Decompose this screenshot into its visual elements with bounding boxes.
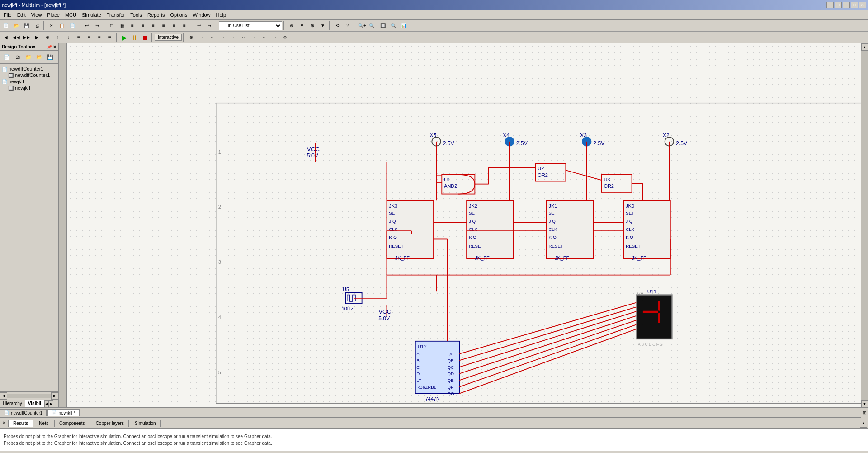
tab-visibility[interactable]: Visibil xyxy=(25,400,44,407)
tb10-btn[interactable]: ≡ xyxy=(179,21,189,31)
menu-view[interactable]: View xyxy=(28,11,45,19)
tb6-btn[interactable]: ≡ xyxy=(138,21,148,31)
tree-item-newdffcounter1-sub[interactable]: 🔲 newdffCounter1 xyxy=(8,72,57,78)
save-all-btn[interactable]: 💾 xyxy=(45,52,55,62)
left-scroll-right[interactable]: ▶ xyxy=(51,392,58,400)
schematic-canvas[interactable]: VCC 5.0V VCC 5.0V X5 2.5V X4 2.5V X3 2.5… xyxy=(67,43,861,407)
redo-btn[interactable]: ↪ xyxy=(92,21,102,31)
tb2-9-btn[interactable]: ≡ xyxy=(84,33,94,43)
left-hscroll[interactable]: ◀ ▶ xyxy=(0,391,58,400)
inner-minimize-btn[interactable]: ─ xyxy=(826,2,834,8)
bottom-tab-simulation[interactable]: Simulation xyxy=(130,420,161,427)
tb2-11-btn[interactable]: ≡ xyxy=(105,33,115,43)
tb13-btn[interactable]: ⊕ xyxy=(287,21,297,31)
tb16-btn[interactable]: ▼ xyxy=(318,21,328,31)
menu-simulate[interactable]: Simulate xyxy=(79,11,104,19)
menu-place[interactable]: Place xyxy=(44,11,62,19)
tb2-20-btn[interactable]: ○ xyxy=(269,33,279,43)
save-btn[interactable]: 💾 xyxy=(22,21,32,31)
tb18-btn[interactable]: ? xyxy=(343,21,353,31)
doc-tab-newjkff[interactable]: 📄 newjkff * xyxy=(47,409,80,416)
tab-hierarchy[interactable]: Hierarchy xyxy=(0,400,25,407)
tb2-16-btn[interactable]: ○ xyxy=(228,33,238,43)
open-btn[interactable]: 📂 xyxy=(11,21,21,31)
minimize-btn[interactable]: ─ xyxy=(843,2,850,8)
tb2-17-btn[interactable]: ○ xyxy=(238,33,248,43)
print-btn[interactable]: 🖨 xyxy=(32,21,42,31)
toolbox-close-btn[interactable]: ✕ xyxy=(53,45,57,49)
menu-edit[interactable]: Edit xyxy=(14,11,28,19)
scroll-down-btn[interactable]: ▼ xyxy=(861,400,868,407)
close-btn[interactable]: ✕ xyxy=(859,2,866,8)
tb15-btn[interactable]: ⊕ xyxy=(307,21,317,31)
tb2-10-btn[interactable]: ≡ xyxy=(94,33,104,43)
stop-btn[interactable]: ⏹ xyxy=(140,33,150,43)
toolbox-pin-btn[interactable]: 📌 xyxy=(47,45,52,49)
tb2-2-btn[interactable]: ◀◀ xyxy=(11,33,21,43)
tb2-14-btn[interactable]: ○ xyxy=(207,33,217,43)
menu-window[interactable]: Window xyxy=(190,11,213,19)
tb19-btn[interactable]: 📊 xyxy=(399,21,409,31)
undo-btn[interactable]: ↩ xyxy=(82,21,92,31)
tb3-btn[interactable]: □ xyxy=(107,21,117,31)
tb2-5-btn[interactable]: ⊕ xyxy=(42,33,52,43)
tb12-btn[interactable]: ↪ xyxy=(204,21,214,31)
tb2-19-btn[interactable]: ○ xyxy=(259,33,269,43)
tb2-18-btn[interactable]: ○ xyxy=(249,33,259,43)
new-sch-btn[interactable]: 📄 xyxy=(2,52,12,62)
menu-mcu[interactable]: MCU xyxy=(62,11,79,19)
cut-btn[interactable]: ✂ xyxy=(47,21,57,31)
copy-btn[interactable]: 📋 xyxy=(57,21,67,31)
tb8-btn[interactable]: ≡ xyxy=(159,21,169,31)
tree-item-newdffcounter1-doc[interactable]: 📄 newdffCounter1 xyxy=(2,66,57,72)
bottom-tab-components[interactable]: Components xyxy=(54,420,90,427)
left-tab-next[interactable]: ▶ xyxy=(49,400,53,407)
tb2-12-btn[interactable]: ⊕ xyxy=(186,33,196,43)
tb2-3-btn[interactable]: ▶▶ xyxy=(22,33,32,43)
tb11-btn[interactable]: ↩ xyxy=(194,21,204,31)
tree-item-newjkff-doc[interactable]: 📄 newjkff xyxy=(2,78,57,85)
tb2-13-btn[interactable]: ○ xyxy=(197,33,207,43)
tb2-6-btn[interactable]: ↑ xyxy=(53,33,63,43)
tb17-btn[interactable]: ⟲ xyxy=(332,21,342,31)
tb9-btn[interactable]: ≡ xyxy=(169,21,179,31)
open-file-btn[interactable]: 📂 xyxy=(34,52,44,62)
menu-options[interactable]: Options xyxy=(168,11,190,19)
tb7-btn[interactable]: ≡ xyxy=(148,21,158,31)
maximize-btn[interactable]: □ xyxy=(851,2,858,8)
tb14-btn[interactable]: ▼ xyxy=(297,21,307,31)
tb2-7-btn[interactable]: ↓ xyxy=(63,33,73,43)
zoom-fit-btn[interactable]: 🔲 xyxy=(378,21,388,31)
paste-btn[interactable]: 📄 xyxy=(67,21,77,31)
new-hier-btn[interactable]: 🗂 xyxy=(13,52,23,62)
zoom-out-btn[interactable]: 🔍- xyxy=(368,21,377,31)
tree-item-newjkff-sub[interactable]: 🔲 newjkff xyxy=(8,85,57,91)
inner-maximize-btn[interactable]: □ xyxy=(835,2,842,8)
menu-help[interactable]: Help xyxy=(213,11,229,19)
scroll-track[interactable] xyxy=(861,51,868,400)
left-tab-prev[interactable]: ◀ xyxy=(44,400,49,407)
bottom-panel-toggle[interactable]: ▲ xyxy=(860,419,867,428)
left-scroll-left[interactable]: ◀ xyxy=(0,392,7,400)
bottom-tab-nets[interactable]: Nets xyxy=(34,420,53,427)
tb2-1-btn[interactable]: ◀ xyxy=(1,33,11,43)
pause-btn[interactable]: ⏸ xyxy=(130,33,140,43)
tb5-btn[interactable]: ≡ xyxy=(127,21,137,31)
scroll-up-btn[interactable]: ▲ xyxy=(861,43,868,51)
menu-transfer[interactable]: Transfer xyxy=(104,11,128,19)
doc-tab-newdffcounter1[interactable]: 📄 newdffCounter1 xyxy=(0,409,47,416)
zoom-in-btn[interactable]: 🔍+ xyxy=(357,21,367,31)
menu-tools[interactable]: Tools xyxy=(127,11,145,19)
run-btn[interactable]: ▶ xyxy=(119,33,129,43)
tb4-btn[interactable]: ▦ xyxy=(117,21,127,31)
bottom-tab-copper[interactable]: Copper layers xyxy=(91,420,129,427)
tb2-21-btn[interactable]: ⚙ xyxy=(280,33,290,43)
bottom-tab-results[interactable]: Results xyxy=(8,420,33,427)
tb2-8-btn[interactable]: ≡ xyxy=(74,33,84,43)
output-close-btn[interactable]: ✕ xyxy=(0,419,8,427)
tb2-15-btn[interactable]: ○ xyxy=(217,33,227,43)
zoom-area-btn[interactable]: 🔍 xyxy=(388,21,398,31)
tb2-4-btn[interactable]: ▶ xyxy=(32,33,42,43)
doc-tab-expand[interactable]: ⊞ xyxy=(861,408,868,418)
new-btn[interactable]: 📄 xyxy=(1,21,11,31)
